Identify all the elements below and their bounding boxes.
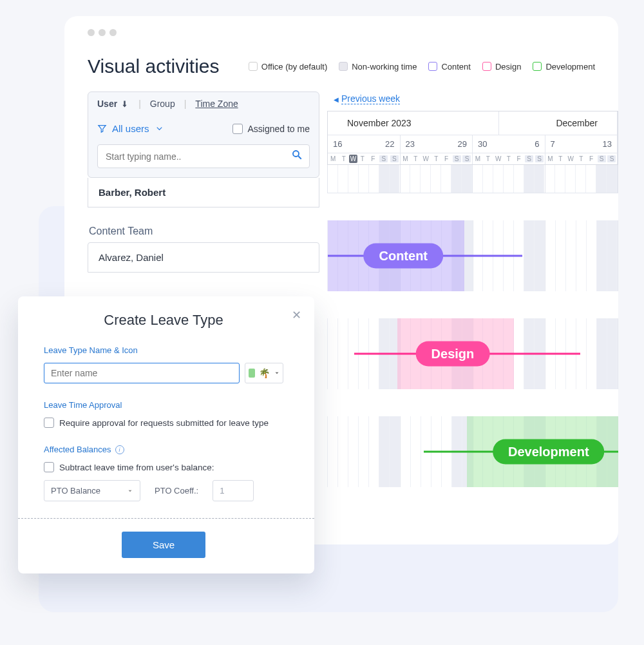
caret-down-icon [274,370,280,376]
palm-tree-icon: 🌴 [259,368,270,378]
pto-coeff-label: PTO Coeff.: [155,486,198,496]
track-content-pill[interactable]: Content [363,244,443,269]
track-design: Design [327,318,618,389]
section-balances: Affected Balances i [44,445,283,454]
track-content: Content [327,220,618,291]
pto-balance-select[interactable]: PTO Balance [44,480,140,501]
assigned-to-me-toggle[interactable]: Assigned to me [232,124,310,134]
team-user-row[interactable]: Alvarez, Daniel [88,242,319,273]
info-icon[interactable]: i [115,445,124,454]
pto-coeff-input[interactable]: 1 [213,480,254,501]
icon-picker[interactable]: 🌴 [245,363,283,383]
svg-line-1 [298,156,301,159]
user-row[interactable]: Barber, Robert [88,178,319,207]
gantt-row-empty [327,165,618,193]
svg-point-0 [293,151,299,157]
arrow-down-icon [120,99,129,109]
save-button[interactable]: Save [122,532,205,558]
page-title: Visual activities [88,55,249,77]
filter-all-users[interactable]: All users [97,123,164,134]
balance-checkbox[interactable]: Subtract leave time from user's balance: [44,462,283,472]
caret-down-icon [127,488,133,494]
tab-user[interactable]: User [97,99,129,109]
tab-group[interactable]: Group [150,99,175,109]
legend-item-development: Development [533,62,595,72]
legend: Office (by default) Non-working time Con… [249,62,595,72]
checkbox-icon [44,418,54,428]
modal-title: Create Leave Type [44,312,283,329]
filter-icon [97,124,107,133]
legend-item-office: Office (by default) [249,62,327,72]
team-heading: Content Team [88,226,319,237]
tab-timezone[interactable]: Time Zone [195,99,238,109]
approval-checkbox[interactable]: Require approval for requests submitted … [44,418,283,428]
filter-card: User | Group | Time Zone All users [88,91,319,178]
previous-week-link[interactable]: ◀Previous week [334,93,400,104]
leave-type-name-input[interactable] [44,363,240,383]
track-development-pill[interactable]: Development [493,439,605,465]
cal-date-cell[interactable]: 713 [545,135,618,153]
cal-month: December [499,111,618,135]
chevron-down-icon [155,124,164,133]
cal-date-cell[interactable]: 2329 [401,135,473,153]
checkbox-icon [232,124,243,134]
track-design-pill[interactable]: Design [416,342,490,367]
search-input-wrap[interactable] [97,144,310,168]
cal-date-cell[interactable]: 1622 [328,135,401,153]
section-approval: Leave Time Approval [44,400,283,410]
cal-date-cell[interactable]: 306 [473,135,545,153]
legend-item-design: Design [482,62,521,72]
legend-item-content: Content [428,62,471,72]
search-icon[interactable] [291,149,303,164]
calendar-header: November 2023 December 16222329306713 MT… [327,111,618,165]
search-input[interactable] [104,151,291,162]
create-leave-type-modal: ✕ Create Leave Type Leave Type Name & Ic… [18,296,314,573]
window-controls [64,16,618,36]
section-name-icon: Leave Type Name & Icon [44,345,283,355]
close-icon[interactable]: ✕ [292,308,301,322]
track-development: Development [327,416,618,487]
legend-item-nonworking: Non-working time [339,62,417,72]
checkbox-icon [44,462,54,472]
cal-month: November 2023 [328,111,499,135]
color-swatch-icon [249,369,255,378]
